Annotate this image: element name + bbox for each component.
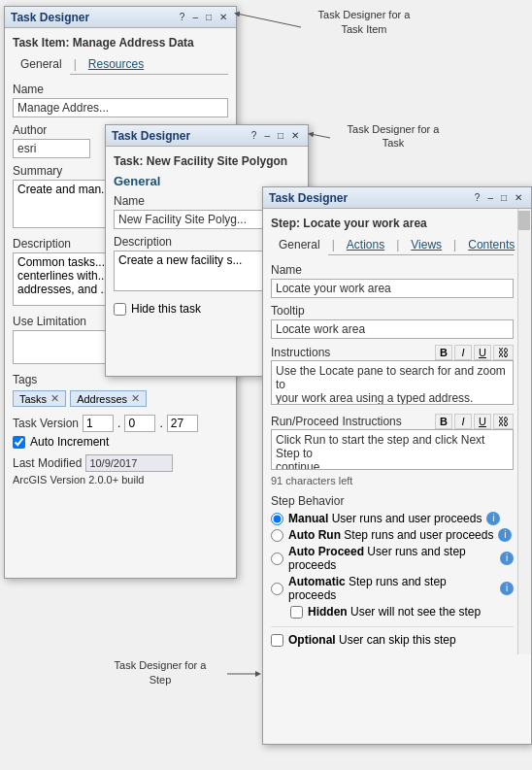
title-task: Task Designer (112, 129, 190, 143)
behavior-autorun-radio[interactable] (271, 529, 283, 542)
step-header: Step: Locate your work area (271, 217, 514, 230)
step-behavior-label: Step Behavior (271, 494, 514, 508)
instructions-section: Instructions B I U ⛓ Use the Locate pane… (271, 345, 514, 408)
scrollbar[interactable] (517, 209, 531, 654)
close-btn-1[interactable]: ✕ (216, 11, 230, 24)
tag-addresses-close[interactable]: ✕ (131, 392, 140, 405)
hidden-label: Hidden User will not see the step (308, 605, 481, 619)
behavior-automatic-radio[interactable] (271, 583, 283, 595)
manual-info-icon[interactable]: i (486, 512, 500, 525)
window-step[interactable]: Task Designer ? – □ ✕ Step: Locate your … (262, 186, 532, 745)
titlebar-task-item: Task Designer ? – □ ✕ (5, 7, 236, 28)
tab-views-3[interactable]: Views (403, 236, 449, 254)
scrollbar-thumb[interactable] (518, 211, 530, 230)
tab-contents-3[interactable]: Contents (460, 236, 522, 254)
hide-task-checkbox[interactable] (114, 303, 126, 316)
run-proceed-header-row: Run/Proceed Instructions B I U ⛓ (271, 414, 514, 429)
bold-btn-instructions[interactable]: B (435, 345, 452, 360)
behavior-automatic-label: Automatic Step runs and step proceeds (288, 575, 495, 602)
minimize-btn-2[interactable]: – (261, 129, 273, 143)
tab-resources-1[interactable]: Resources (81, 55, 151, 74)
name-label-1: Name (13, 83, 228, 96)
name-input-3[interactable] (271, 279, 514, 298)
maximize-btn-2[interactable]: □ (275, 129, 286, 143)
behavior-automatic-row: Automatic Step runs and step proceeds i (271, 575, 514, 602)
behavior-autoproceed-row: Auto Proceed User runs and step proceeds… (271, 545, 514, 572)
window-controls-3: ? – □ ✕ (472, 191, 525, 205)
titlebar-task: Task Designer ? – □ ✕ (106, 125, 308, 147)
chars-left-label: 91 characters left (271, 475, 514, 486)
window-controls-1: ? – □ ✕ (177, 11, 230, 24)
behavior-manual-radio[interactable] (271, 513, 283, 525)
close-btn-3[interactable]: ✕ (512, 191, 525, 205)
link-btn-instructions[interactable]: ⛓ (493, 345, 514, 360)
run-proceed-label: Run/Proceed Instructions (271, 415, 402, 428)
last-modified-row: Last Modified (13, 454, 228, 472)
minimize-btn-3[interactable]: – (484, 191, 496, 205)
title-task-item: Task Designer (11, 11, 89, 24)
close-btn-2[interactable]: ✕ (288, 129, 302, 143)
tab-general-3[interactable]: General (271, 236, 328, 255)
behavior-autorun-row: Auto Run Step runs and user proceeds i (271, 528, 514, 542)
tab-general-1[interactable]: General (13, 55, 70, 75)
tag-tasks[interactable]: Tasks ✕ (13, 390, 66, 407)
help-btn-3[interactable]: ? (472, 191, 483, 205)
optional-label: Optional User can skip this step (288, 633, 456, 647)
help-btn-2[interactable]: ? (249, 129, 260, 143)
bold-btn-run[interactable]: B (435, 414, 452, 429)
italic-btn-run[interactable]: I (454, 414, 472, 429)
autoproceed-info-icon[interactable]: i (500, 552, 514, 565)
tags-row-1: Tasks ✕ Addresses ✕ (13, 390, 228, 407)
tag-tasks-close[interactable]: ✕ (50, 392, 59, 405)
svg-line-0 (237, 14, 301, 27)
name-label-3: Name (271, 263, 514, 277)
behavior-autoproceed-label: Auto Proceed User runs and step proceeds (288, 545, 495, 572)
help-btn-1[interactable]: ? (177, 11, 188, 24)
annotation-task-item: Task Designer for a Task Item (301, 8, 427, 38)
italic-btn-instructions[interactable]: I (454, 345, 472, 360)
task-item-header: Task Item: Manage Address Data (13, 36, 228, 50)
behavior-autoproceed-radio[interactable] (271, 552, 283, 565)
automatic-info-icon[interactable]: i (500, 582, 514, 595)
name-input-1[interactable] (13, 98, 228, 117)
arcgis-version-label: ArcGIS Version 2.0.0+ build (13, 474, 228, 485)
link-btn-run[interactable]: ⛓ (493, 414, 514, 429)
autorun-info-icon[interactable]: i (498, 528, 512, 542)
hidden-row: Hidden User will not see the step (290, 605, 514, 619)
tabs-window1: General | Resources (13, 55, 228, 75)
svg-line-1 (311, 134, 330, 138)
step-behavior-section: Step Behavior Manual User runs and user … (271, 494, 514, 619)
version-label: Task Version (13, 417, 79, 430)
last-modified-input[interactable] (85, 454, 173, 472)
run-proceed-textarea[interactable]: Click Run to start the step and click Ne… (271, 429, 514, 470)
version-minor[interactable] (124, 415, 155, 432)
auto-increment-row: Auto Increment (13, 435, 228, 449)
behavior-manual-label: Manual User runs and user proceeds (288, 512, 482, 525)
behavior-manual-row: Manual User runs and user proceeds i (271, 512, 514, 525)
window-controls-2: ? – □ ✕ (249, 129, 302, 143)
maximize-btn-1[interactable]: □ (203, 11, 215, 24)
instructions-header-row: Instructions B I U ⛓ (271, 345, 514, 360)
underline-btn-run[interactable]: U (474, 414, 491, 429)
tooltip-input-3[interactable] (271, 319, 514, 339)
instructions-label: Instructions (271, 346, 330, 359)
hidden-checkbox[interactable] (290, 606, 303, 619)
tab-actions-3[interactable]: Actions (339, 236, 392, 254)
instructions-toolbar: B I U ⛓ (435, 345, 514, 360)
author-input-1[interactable] (13, 139, 90, 158)
last-modified-label: Last Modified (13, 456, 82, 470)
titlebar-step: Task Designer ? – □ ✕ (263, 187, 531, 209)
instructions-textarea[interactable]: Use the Locate pane to search for and zo… (271, 360, 514, 405)
maximize-btn-3[interactable]: □ (498, 191, 510, 205)
annotation-task: Task Designer for a Task (330, 122, 456, 151)
auto-increment-checkbox[interactable] (13, 436, 25, 449)
optional-checkbox[interactable] (271, 634, 283, 647)
version-patch[interactable] (167, 415, 198, 432)
task-header-2: Task: New Facility Site Polygon (114, 154, 300, 168)
underline-btn-instructions[interactable]: U (474, 345, 491, 360)
version-row: Task Version . . (13, 415, 228, 432)
hide-task-label: Hide this task (131, 302, 201, 316)
minimize-btn-1[interactable]: – (189, 11, 201, 24)
tag-addresses[interactable]: Addresses ✕ (70, 390, 147, 407)
version-major[interactable] (83, 415, 114, 432)
